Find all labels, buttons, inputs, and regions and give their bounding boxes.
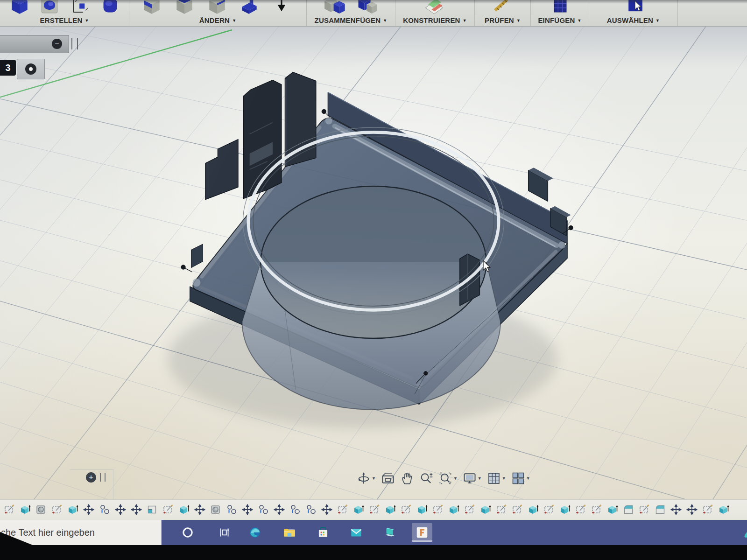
timeline-feature-sketch[interactable] [639,504,650,515]
orbit-icon[interactable]: ▼ [356,470,377,486]
timeline-feature-move[interactable] [131,504,142,515]
browser-collapse-button[interactable]: − [52,39,62,49]
menu-label[interactable]: EINFÜGEN▼ [531,16,589,24]
browser-panel-collapsed[interactable]: − [0,35,69,53]
timeline-feature-align[interactable] [226,504,237,515]
timeline-feature-cylinder[interactable] [210,504,221,515]
construct-plane-icon[interactable] [421,0,447,18]
timeline-feature-move[interactable] [670,504,682,515]
chevron-down-icon[interactable]: ▼ [372,476,376,481]
timeline-feature-sketch[interactable] [337,504,348,515]
viewports-icon[interactable]: ▼ [510,470,531,486]
timeline-feature-sketch[interactable] [464,504,475,515]
taskbar-fusion-360-icon[interactable] [412,523,432,542]
timeline-feature-move[interactable] [194,504,205,515]
windows-search-box[interactable]: che Text hier eingeben [0,520,162,545]
taskbar-teal-app-icon[interactable] [739,523,747,542]
taskbar-file-explorer-icon[interactable] [279,523,300,542]
viewport-3d[interactable] [0,26,747,499]
timeline-grip-handle[interactable] [100,473,106,482]
timeline-feature-fillet[interactable] [655,504,666,515]
fit-icon[interactable]: ▼ [437,470,458,486]
timeline-feature-extrude[interactable] [178,504,190,515]
menu-label[interactable]: ZUSAMMENFÜGEN▼ [307,16,395,24]
taskbar-your-phone-icon[interactable] [379,523,400,542]
timeline-feature-extrude[interactable] [67,504,78,515]
modify-shell-icon[interactable] [171,0,197,18]
timeline-feature-sketch[interactable] [591,504,602,515]
modify-presspull-icon[interactable] [139,0,165,18]
timeline-feature-extrude[interactable] [607,504,618,515]
timeline-feature-sketch[interactable] [543,504,555,515]
menu-label[interactable]: KONSTRUIEREN▼ [395,16,474,24]
mount-tab[interactable] [529,168,553,201]
timeline-feature-sketch[interactable] [702,504,713,515]
create-box-icon[interactable] [7,0,33,18]
timeline-feature-sketch[interactable] [4,504,15,515]
timeline-feature-sketch[interactable] [51,504,63,515]
create-sketch-icon[interactable] [67,0,93,18]
timeline-feature-align[interactable] [99,504,110,515]
grid-display-icon[interactable]: ▼ [486,470,507,486]
look-at-icon[interactable] [380,470,396,486]
menu-label[interactable]: AUSWÄHLEN▼ [589,16,677,24]
timeline-feature-move[interactable] [321,504,332,515]
timeline-feature-move[interactable] [115,504,126,515]
menu-label[interactable]: ERSTELLEN▼ [0,16,129,24]
menu-label[interactable]: ÄNDERN▼ [129,16,306,24]
insert-mesh-icon[interactable] [547,0,573,18]
timeline-feature-extrude[interactable] [480,504,491,515]
modify-draft-icon[interactable] [236,0,262,18]
timeline-feature-extrude[interactable] [718,504,729,515]
timeline-feature-sketch[interactable] [496,504,507,515]
timeline-feature-sketch[interactable] [512,504,523,515]
taskbar-store-icon[interactable] [313,523,333,542]
timeline-feature-fillet[interactable] [623,504,634,515]
timeline-feature-sketch[interactable] [432,504,444,515]
chevron-down-icon[interactable]: ▼ [526,476,530,481]
chevron-down-icon[interactable]: ▼ [478,476,482,481]
timeline-feature-extrude[interactable] [448,504,459,515]
timeline-feature-cylinder[interactable] [35,504,47,515]
taskbar-cortana-icon[interactable] [177,523,198,542]
timeline-feature-move[interactable] [83,504,94,515]
taskbar-mail-icon[interactable] [346,523,366,542]
timeline-feature-sketch[interactable] [369,504,380,515]
timeline-feature-align[interactable] [289,504,301,515]
timeline-feature-move[interactable] [686,504,698,515]
model-canvas[interactable] [0,26,747,499]
display-settings-icon[interactable]: ▼ [462,470,483,486]
zoom-icon[interactable] [418,470,434,486]
timeline-feature-section[interactable] [147,504,158,515]
timeline-feature-align[interactable] [258,504,269,515]
modify-fillet-icon[interactable] [204,0,230,18]
select-cursor-icon[interactable] [623,0,649,18]
create-form-icon[interactable] [97,0,123,18]
origin-marker-chip[interactable] [17,59,45,79]
browser-grip-handle[interactable] [71,38,78,49]
chevron-down-icon[interactable]: ▼ [502,476,506,481]
timeline-feature-extrude[interactable] [528,504,539,515]
timeline-feature-sketch[interactable] [162,504,174,515]
join-bodies-icon[interactable] [323,0,349,18]
pan-icon[interactable] [399,470,415,486]
timeline-feature-sketch[interactable] [575,504,586,515]
menu-label[interactable]: PRÜFEN▼ [475,16,530,24]
timeline-add-button[interactable]: + [86,472,96,483]
timeline-feature-sketch[interactable] [401,504,412,515]
timeline-feature-move[interactable] [242,504,253,515]
timeline-feature-move[interactable] [274,504,285,515]
timeline-feature-align[interactable] [305,504,317,515]
timeline-feature-extrude[interactable] [353,504,364,515]
timeline-feature-extrude[interactable] [385,504,396,515]
taskbar-task-view-icon[interactable] [214,523,234,542]
timeline-feature-extrude[interactable] [20,504,31,515]
timeline-feature-extrude[interactable] [559,504,571,515]
chevron-down-icon[interactable]: ▼ [453,476,458,481]
taskbar-edge-icon[interactable] [245,523,265,542]
create-cylinder-icon[interactable] [36,0,63,18]
join-align-icon[interactable] [356,0,382,18]
inspect-measure-icon[interactable] [490,0,516,18]
modify-dropdown-arrow-icon[interactable] [268,0,295,18]
timeline-feature-extrude[interactable] [416,504,428,515]
